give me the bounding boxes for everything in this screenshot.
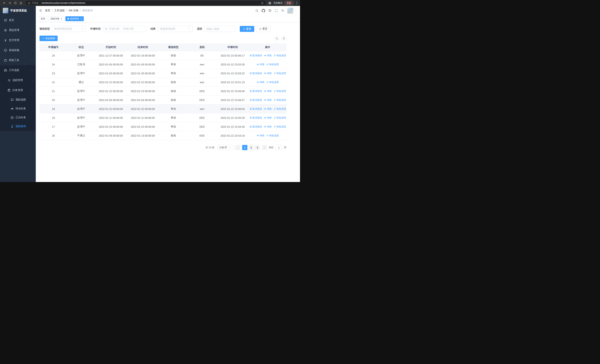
browser-reload-icon[interactable]	[13, 0, 18, 5]
leave-type-label: 请假类型	[39, 27, 50, 31]
table-search-button[interactable]	[274, 36, 280, 41]
page-button-2[interactable]: 2	[248, 145, 254, 150]
cancel-leave-link[interactable]: 取消请假	[249, 107, 262, 111]
search-icon[interactable]	[255, 9, 259, 12]
detail-link[interactable]: 详情	[264, 107, 272, 111]
sidebar-item-todo-tasks[interactable]: 待办任务	[0, 104, 36, 113]
tab-home[interactable]: 首页	[39, 16, 47, 21]
cell-start_time: 2022-01-22 00:00:00	[95, 104, 127, 113]
tab-process-detail[interactable]: 流程详情×	[48, 16, 64, 21]
cell-reason: EEE	[188, 113, 216, 122]
user-avatar[interactable]	[287, 8, 293, 14]
breadcrumb-item[interactable]: 工作流程	[54, 9, 65, 12]
result-select[interactable]: 请选择流结果	[158, 26, 193, 32]
cell-end_time: 2022-01-26 00:00:00	[127, 60, 159, 69]
tab-close-icon[interactable]: ×	[60, 18, 62, 20]
sidebar-item-done-tasks[interactable]: 已办任务	[0, 113, 36, 122]
help-icon[interactable]	[268, 9, 272, 12]
next-page-button[interactable]	[262, 145, 267, 150]
github-icon[interactable]	[262, 9, 265, 12]
approval-progress-link[interactable]: 审批进度	[273, 54, 286, 57]
process-icon	[7, 79, 10, 82]
page-button-1[interactable]: 1	[242, 145, 247, 150]
cell-status: 已取消	[67, 60, 95, 69]
goto-page-input[interactable]	[276, 145, 282, 150]
tools-icon	[4, 59, 7, 62]
detail-link[interactable]: 详情	[257, 81, 264, 84]
sidebar-item-home[interactable]: 首页	[0, 15, 36, 25]
detail-link[interactable]: 详情	[257, 134, 264, 137]
cell-end_time: 2022-01-22 00:00:00	[127, 78, 159, 86]
cancel-leave-link[interactable]: 取消请假	[249, 54, 262, 57]
approval-progress-link[interactable]: 审批进度	[273, 107, 286, 111]
detail-link[interactable]: 详情	[264, 116, 272, 120]
detail-link[interactable]: 详情	[264, 54, 272, 57]
detail-link[interactable]: 详情	[264, 72, 272, 75]
detail-link[interactable]: 详情	[264, 98, 272, 102]
edit-icon	[266, 134, 269, 137]
tab-leave-query[interactable]: 请假查询×	[66, 16, 84, 21]
detail-link[interactable]: 详情	[264, 90, 272, 93]
approval-progress-link[interactable]: 审批进度	[266, 81, 279, 84]
leave-type-select[interactable]: 请选择请假类型	[52, 26, 86, 32]
breadcrumb-item[interactable]: OA 示例	[69, 9, 78, 12]
create-leave-button[interactable]: 发起请假	[39, 36, 58, 41]
detail-link[interactable]: 详情	[257, 63, 264, 66]
bookmark-star-icon[interactable]	[261, 2, 264, 4]
sidebar-item-leave-query[interactable]: 请假查询	[0, 122, 36, 131]
sidebar-item-my-process[interactable]: 我的流程	[0, 95, 36, 104]
approval-progress-link[interactable]: 审批进度	[273, 90, 286, 93]
page-size-value: 10条/页	[219, 146, 227, 149]
address-bar[interactable]: 不安全 dashboard.yudao.iocoder.cn/bpm/oa/le…	[26, 1, 266, 5]
approval-progress-link[interactable]: 审批进度	[273, 98, 286, 102]
approval-progress-link[interactable]: 审批进度	[273, 72, 286, 75]
cancel-leave-link[interactable]: 取消请假	[249, 90, 262, 93]
reason-label: 原因	[197, 27, 202, 31]
apply-time-range[interactable]: 开始日期 - 结束日期	[103, 26, 146, 32]
eye-icon	[257, 134, 259, 137]
browser-forward-icon[interactable]	[7, 0, 12, 5]
table-refresh-button[interactable]	[281, 36, 286, 41]
approval-progress-link[interactable]: 审批进度	[266, 63, 279, 66]
result-label: 结果	[150, 27, 156, 31]
menu-fold-icon[interactable]	[39, 9, 42, 12]
cell-start_time: 2022-01-22 00:00:00	[95, 78, 127, 86]
cancel-leave-link[interactable]: 取消请假	[249, 116, 262, 120]
font-size-icon[interactable]	[281, 9, 284, 12]
page-button-3[interactable]: 3	[255, 145, 260, 150]
sidebar-item-task-management[interactable]: 任务管理	[0, 85, 36, 95]
column-header: 申请编号	[39, 43, 67, 51]
reset-button[interactable]: 重置	[256, 26, 271, 32]
sidebar-item-system-management[interactable]: 系统管理	[0, 25, 36, 35]
detail-link[interactable]: 详情	[264, 125, 272, 129]
kebab-menu-icon[interactable]	[295, 1, 298, 4]
sidebar-item-infrastructure[interactable]: 基础设施	[0, 45, 36, 55]
screen: 不安全 dashboard.yudao.iocoder.cn/bpm/oa/le…	[0, 0, 300, 182]
table-row: 23处理中2022-01-03 00:00:002022-01-26 00:00…	[39, 69, 286, 78]
sidebar-item-process-management[interactable]: 流程管理	[0, 75, 36, 85]
sidebar-item-workflow[interactable]: 工作流程	[0, 65, 36, 75]
page-size-select[interactable]: 10条/页	[217, 145, 233, 150]
approval-progress-link[interactable]: 审批进度	[266, 134, 279, 137]
tab-close-icon[interactable]: ×	[80, 18, 82, 20]
cancel-leave-link[interactable]: 取消请假	[249, 98, 262, 102]
cancel-leave-link[interactable]: 取消请假	[249, 72, 262, 75]
leave-type-filter: 请假类型 请选择请假类型	[39, 26, 86, 32]
cancel-leave-link[interactable]: 取消请假	[249, 125, 262, 129]
search-button[interactable]: 搜索	[240, 26, 254, 32]
browser-back-icon[interactable]	[2, 0, 7, 5]
approval-progress-link[interactable]: 审批进度	[273, 116, 286, 120]
fullscreen-icon[interactable]	[275, 9, 278, 12]
browser-home-icon[interactable]	[19, 0, 23, 5]
avatar-caret-icon[interactable]	[295, 10, 297, 12]
prev-page-button[interactable]	[235, 145, 240, 150]
approval-progress-link[interactable]: 审批进度	[273, 125, 286, 129]
update-button[interactable]: 更新	[284, 1, 293, 5]
sidebar-item-payment-management[interactable]: 支付管理	[0, 35, 36, 45]
sidebar-item-dev-tools[interactable]: 研发工具	[0, 55, 36, 65]
reason-input[interactable]	[205, 26, 235, 32]
cell-start_time: 2022-01-22 00:00:00	[95, 122, 127, 131]
breadcrumb-item[interactable]: 首页	[45, 9, 50, 12]
column-header: 状态	[67, 43, 95, 51]
cell-seq: 19	[39, 104, 67, 113]
